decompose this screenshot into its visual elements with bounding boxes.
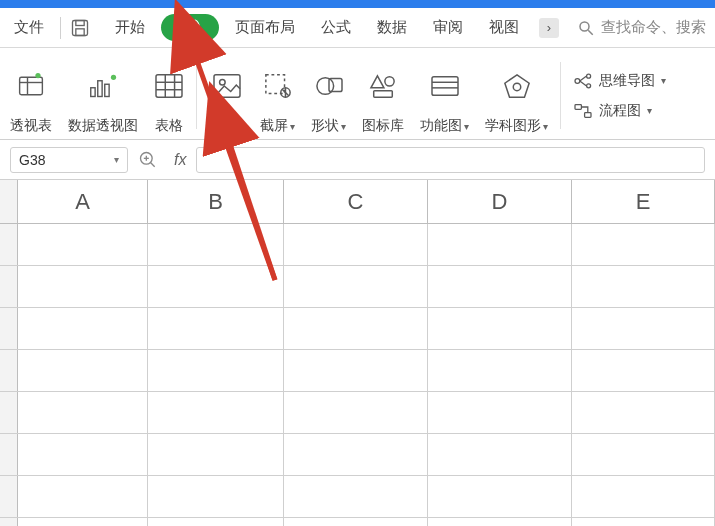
cell[interactable]: [148, 224, 284, 265]
tab-view[interactable]: 视图: [479, 14, 529, 41]
row-header[interactable]: [0, 224, 18, 265]
cell[interactable]: [572, 350, 715, 391]
col-header-A[interactable]: A: [18, 180, 148, 223]
svg-rect-5: [20, 77, 43, 95]
fx-label[interactable]: fx: [174, 151, 186, 169]
cell[interactable]: [284, 266, 428, 307]
cell[interactable]: [572, 392, 715, 433]
cell[interactable]: [572, 308, 715, 349]
svg-line-42: [151, 162, 155, 166]
cell[interactable]: [18, 518, 148, 526]
svg-point-19: [219, 80, 225, 86]
cell[interactable]: [148, 392, 284, 433]
ribbon-picture[interactable]: 图片▾: [201, 56, 252, 135]
cell[interactable]: [284, 434, 428, 475]
col-header-B[interactable]: B: [148, 180, 284, 223]
cell[interactable]: [284, 476, 428, 517]
tab-data[interactable]: 数据: [367, 14, 417, 41]
col-header-D[interactable]: D: [428, 180, 572, 223]
cell[interactable]: [428, 308, 572, 349]
tab-formula[interactable]: 公式: [311, 14, 361, 41]
ribbon-label: 透视表: [10, 117, 52, 135]
tab-review[interactable]: 审阅: [423, 14, 473, 41]
cell[interactable]: [284, 224, 428, 265]
cell[interactable]: [18, 434, 148, 475]
cell[interactable]: [572, 518, 715, 526]
function-chart-icon: [430, 69, 460, 103]
cell[interactable]: [18, 266, 148, 307]
cell[interactable]: [18, 224, 148, 265]
tabs-overflow[interactable]: ›: [539, 18, 559, 38]
row-header[interactable]: [0, 266, 18, 307]
row-header[interactable]: [0, 518, 18, 526]
select-all-corner[interactable]: [0, 180, 18, 223]
cell[interactable]: [148, 476, 284, 517]
cell[interactable]: [148, 434, 284, 475]
cell[interactable]: [428, 224, 572, 265]
zoom-icon[interactable]: [138, 150, 158, 170]
ribbon-label: 思维导图: [599, 72, 655, 90]
cell[interactable]: [148, 308, 284, 349]
row-header[interactable]: [0, 392, 18, 433]
ribbon-icon-library[interactable]: 图标库: [354, 56, 412, 135]
svg-rect-28: [374, 91, 393, 98]
svg-rect-1: [76, 20, 84, 25]
cell[interactable]: [284, 350, 428, 391]
cell[interactable]: [428, 350, 572, 391]
ribbon-table[interactable]: 表格: [146, 56, 192, 135]
command-search[interactable]: 查找命令、搜索: [577, 18, 706, 37]
col-header-E[interactable]: E: [572, 180, 715, 223]
row-header[interactable]: [0, 434, 18, 475]
ribbon-pivot-chart[interactable]: 数据透视图: [60, 56, 146, 135]
row-header[interactable]: [0, 308, 18, 349]
cell[interactable]: [572, 434, 715, 475]
cell[interactable]: [284, 392, 428, 433]
cell[interactable]: [428, 266, 572, 307]
ribbon-flowchart[interactable]: 流程图▾: [573, 102, 666, 120]
spreadsheet-grid[interactable]: A B C D E 系统之家: [0, 180, 715, 526]
save-icon[interactable]: [69, 18, 91, 38]
cell[interactable]: [18, 308, 148, 349]
cell[interactable]: [428, 518, 572, 526]
ribbon-subject-shapes[interactable]: 学科图形▾: [477, 56, 556, 135]
cell[interactable]: [572, 266, 715, 307]
file-menu[interactable]: 文件: [6, 14, 52, 41]
cell[interactable]: [18, 350, 148, 391]
chevron-down-icon: ▾: [647, 105, 652, 116]
table-row: [0, 308, 715, 350]
search-placeholder: 查找命令、搜索: [601, 18, 706, 37]
cell[interactable]: [284, 308, 428, 349]
name-box-value: G38: [19, 152, 45, 168]
cell[interactable]: [148, 518, 284, 526]
cell[interactable]: [572, 476, 715, 517]
cell[interactable]: [428, 392, 572, 433]
ribbon-screenshot[interactable]: 截屏▾: [252, 56, 303, 135]
cell[interactable]: [18, 392, 148, 433]
tab-layout[interactable]: 页面布局: [225, 14, 305, 41]
ribbon-pivot-table[interactable]: 透视表: [2, 56, 60, 135]
row-header[interactable]: [0, 350, 18, 391]
chevron-down-icon: ▾: [290, 121, 295, 132]
ribbon-label: 流程图: [599, 102, 641, 120]
cell[interactable]: [428, 434, 572, 475]
svg-rect-29: [432, 77, 458, 96]
pivot-chart-icon: [86, 69, 120, 103]
cell[interactable]: [18, 476, 148, 517]
ribbon-shapes[interactable]: 形状▾: [303, 56, 354, 135]
chevron-down-icon: ▾: [239, 121, 244, 132]
cell[interactable]: [428, 476, 572, 517]
ribbon-function-chart[interactable]: 功能图▾: [412, 56, 477, 135]
chevron-down-icon: ▾: [661, 75, 666, 86]
ribbon-label: 图标库: [362, 117, 404, 135]
cell[interactable]: [148, 266, 284, 307]
tab-start[interactable]: 开始: [105, 14, 155, 41]
ribbon-mindmap[interactable]: 思维导图▾: [573, 72, 666, 90]
cell[interactable]: [572, 224, 715, 265]
cell[interactable]: [284, 518, 428, 526]
formula-input[interactable]: [196, 147, 705, 173]
cell[interactable]: [148, 350, 284, 391]
name-box[interactable]: G38 ▾: [10, 147, 128, 173]
tab-insert[interactable]: 插入: [161, 14, 219, 41]
col-header-C[interactable]: C: [284, 180, 428, 223]
row-header[interactable]: [0, 476, 18, 517]
